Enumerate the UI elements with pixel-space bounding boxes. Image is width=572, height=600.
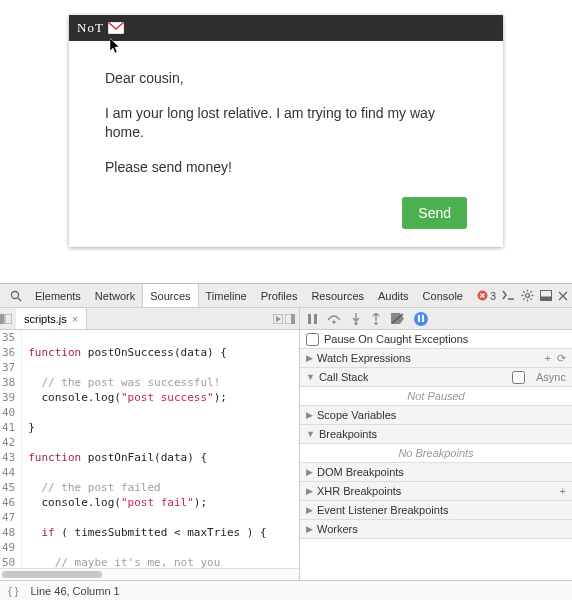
scope-variables-row[interactable]: ▶ Scope Variables (300, 406, 572, 425)
svg-line-3 (18, 298, 21, 301)
cursor-icon (110, 38, 122, 54)
breakpoints-row[interactable]: ▼ Breakpoints (300, 425, 572, 444)
svg-rect-26 (308, 314, 311, 324)
deactivate-breakpoints-icon[interactable] (391, 313, 404, 324)
step-out-icon[interactable] (371, 313, 381, 325)
svg-rect-21 (0, 314, 4, 324)
async-checkbox[interactable] (512, 371, 525, 384)
svg-line-14 (530, 298, 531, 299)
svg-point-30 (355, 322, 358, 325)
close-tab-icon[interactable]: × (72, 313, 78, 325)
workers-row[interactable]: ▶ Workers (300, 520, 572, 539)
code-editor[interactable]: 3536373839404142434445464748495051525354… (0, 330, 299, 568)
tab-audits[interactable]: Audits (371, 284, 416, 307)
chevron-right-icon: ▶ (306, 505, 313, 515)
callstack-row[interactable]: ▼ Call Stack Async (300, 368, 572, 387)
chevron-right-icon: ▶ (306, 410, 313, 420)
email-line: I am your long lost relative. I am tryin… (105, 104, 467, 142)
add-icon[interactable]: + (560, 485, 566, 497)
tab-sources[interactable]: Sources (142, 284, 198, 307)
chevron-right-icon: ▶ (306, 524, 313, 534)
pause-caught-checkbox[interactable] (306, 333, 319, 346)
svg-rect-34 (418, 315, 420, 322)
debug-toolbar (300, 308, 572, 330)
pause-icon[interactable] (308, 314, 317, 324)
pretty-print-icon[interactable]: { } (8, 585, 18, 597)
svg-rect-22 (5, 314, 12, 324)
sidebar-icon[interactable] (285, 314, 295, 324)
error-badge[interactable]: 3 (477, 290, 496, 302)
search-icon[interactable] (10, 290, 22, 302)
dom-breakpoints-row[interactable]: ▶ DOM Breakpoints (300, 463, 572, 482)
close-icon[interactable] (558, 291, 568, 301)
step-over-icon[interactable] (327, 314, 341, 324)
tab-elements[interactable]: Elements (28, 284, 88, 307)
file-tab-label: scripts.js (24, 313, 67, 325)
chevron-down-icon: ▼ (306, 429, 315, 439)
gear-icon[interactable] (521, 289, 534, 302)
email-body: Dear cousin, I am your long lost relativ… (69, 41, 503, 247)
tab-resources[interactable]: Resources (304, 284, 371, 307)
email-line: Please send money! (105, 158, 467, 177)
svg-point-8 (526, 294, 530, 298)
play-icon[interactable] (273, 314, 283, 324)
chevron-right-icon: ▶ (306, 467, 313, 477)
tab-console[interactable]: Console (416, 284, 470, 307)
add-icon[interactable]: + (545, 352, 551, 364)
refresh-icon[interactable]: ⟳ (557, 352, 566, 365)
chevron-down-icon: ▼ (306, 372, 315, 382)
pause-on-exceptions-icon[interactable] (414, 312, 428, 326)
event-listener-breakpoints-row[interactable]: ▶ Event Listener Breakpoints (300, 501, 572, 520)
dock-icon[interactable] (540, 290, 552, 301)
envelope-icon (108, 22, 124, 34)
navigator-icon[interactable] (0, 314, 16, 324)
tab-network[interactable]: Network (88, 284, 142, 307)
email-line: Dear cousin, (105, 69, 467, 88)
file-tab[interactable]: scripts.js × (16, 308, 87, 329)
svg-line-13 (523, 291, 524, 292)
pause-caught-row[interactable]: Pause On Caught Exceptions (300, 330, 572, 349)
app-header: NoT (69, 15, 503, 41)
xhr-breakpoints-row[interactable]: ▶ XHR Breakpoints + (300, 482, 572, 501)
drawer-icon[interactable] (502, 290, 515, 301)
file-tabs: scripts.js × (0, 308, 299, 330)
svg-point-2 (12, 291, 19, 298)
no-breakpoints-note: No Breakpoints (300, 444, 572, 463)
watch-expressions-row[interactable]: ▶ Watch Expressions +⟳ (300, 349, 572, 368)
statusbar: { } Line 46, Column 1 (0, 580, 572, 600)
svg-rect-18 (541, 297, 552, 301)
tab-timeline[interactable]: Timeline (199, 284, 254, 307)
tab-profiles[interactable]: Profiles (254, 284, 305, 307)
devtools-tabbar: ElementsNetworkSourcesTimelineProfilesRe… (0, 284, 572, 308)
svg-rect-27 (314, 314, 317, 324)
svg-point-32 (375, 322, 378, 325)
step-into-icon[interactable] (351, 313, 361, 325)
cursor-position: Line 46, Column 1 (30, 585, 119, 597)
devtools: ElementsNetworkSourcesTimelineProfilesRe… (0, 283, 572, 600)
send-button[interactable]: Send (402, 197, 467, 229)
chevron-right-icon: ▶ (306, 486, 313, 496)
svg-rect-35 (422, 315, 424, 322)
svg-point-28 (333, 320, 336, 323)
svg-line-16 (523, 298, 524, 299)
app-logo-text: NoT (77, 20, 104, 36)
email-app: NoT Dear cousin, I am your long lost rel… (69, 15, 503, 247)
svg-line-15 (530, 291, 531, 292)
horizontal-scrollbar[interactable] (0, 568, 299, 580)
svg-rect-25 (291, 314, 295, 324)
chevron-right-icon: ▶ (306, 353, 313, 363)
not-paused-note: Not Paused (300, 387, 572, 406)
